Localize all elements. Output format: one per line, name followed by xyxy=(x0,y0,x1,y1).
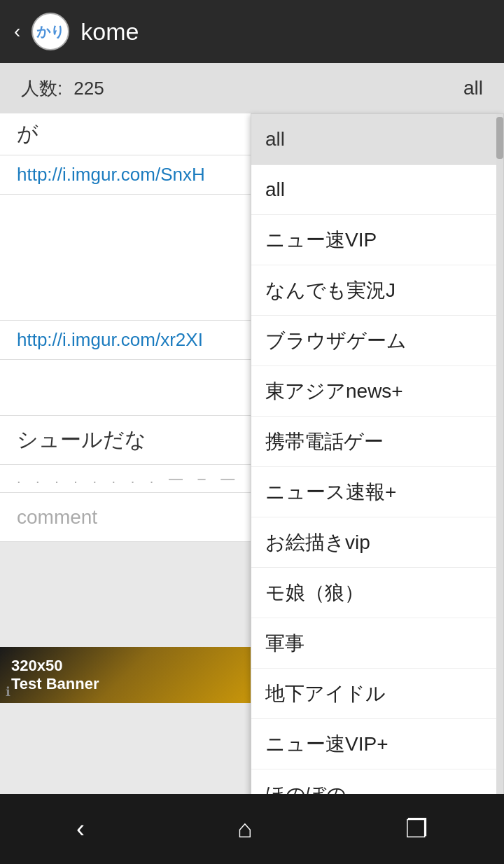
nav-back-icon: ‹ xyxy=(76,814,85,844)
ad-banner: 320x50 Test Banner xyxy=(0,647,252,703)
dropdown-items-container: allニュー速VIPなんでも実況Jブラウザゲーム東アジアnews+携帯電話ゲーニ… xyxy=(251,165,503,794)
content-wrapper: 人数: 225 all が http://i.imgur.com/SnxH ht… xyxy=(0,63,504,794)
nav-windows-button[interactable]: ❐ xyxy=(394,803,439,855)
filter-bar: 人数: 225 all xyxy=(0,63,504,113)
nav-back-button[interactable]: ‹ xyxy=(65,803,96,855)
filter-dropdown-button[interactable]: all xyxy=(463,77,483,99)
dropdown-item-news_sokuho[interactable]: ニュース速報+ xyxy=(251,467,503,517)
nav-home-icon: ⌂ xyxy=(237,814,253,844)
dropdown-item-browser_game[interactable]: ブラウザゲーム xyxy=(251,316,503,366)
top-bar: ‹ かり kome xyxy=(0,0,504,63)
ad-size: 320x50 xyxy=(11,657,241,675)
ad-info-icon: ℹ xyxy=(6,684,10,699)
back-button[interactable]: ‹ xyxy=(14,20,20,43)
link2[interactable]: http://i.imgur.com/xr2XI xyxy=(17,329,203,351)
dropdown-item-mobile_game[interactable]: 携帯電話ゲー xyxy=(251,417,503,467)
dropdown-scrollbar[interactable] xyxy=(496,114,503,794)
dropdown-header: all xyxy=(251,114,503,165)
dropdown-overlay: all allニュー速VIPなんでも実況Jブラウザゲーム東アジアnews+携帯電… xyxy=(251,113,504,794)
comment-placeholder: comment xyxy=(17,506,97,529)
dropdown-scrollbar-thumb xyxy=(496,117,503,159)
dropdown-item-vip_plus[interactable]: ニュー速VIP+ xyxy=(251,719,503,769)
dropdown-item-all[interactable]: all xyxy=(251,165,503,215)
ga-text: が xyxy=(17,120,38,148)
dropdown-item-east_asia[interactable]: 東アジアnews+ xyxy=(251,366,503,417)
dropdown-item-underground_idol[interactable]: 地下アイドル xyxy=(251,669,503,719)
bottom-nav: ‹ ⌂ ❐ xyxy=(0,794,504,864)
ad-type: Test Banner xyxy=(11,675,241,693)
avatar: かり xyxy=(31,13,69,50)
link1[interactable]: http://i.imgur.com/SnxH xyxy=(17,164,205,186)
dropdown-item-jikkyo[interactable]: なんでも実況J xyxy=(251,265,503,316)
dots-text: . . . . . . . . — – — xyxy=(17,471,240,487)
filter-label: 人数: xyxy=(21,76,62,101)
filter-count: 225 xyxy=(74,78,104,99)
dropdown-item-mo_musume[interactable]: モ娘（狼） xyxy=(251,568,503,618)
nav-windows-icon: ❐ xyxy=(405,814,428,844)
schul-text: シュールだな xyxy=(17,426,146,454)
dropdown-item-military[interactable]: 軍事 xyxy=(251,618,503,669)
nav-home-button[interactable]: ⌂ xyxy=(226,803,264,855)
app-title: kome xyxy=(80,18,139,46)
dropdown-item-vip[interactable]: ニュー速VIP xyxy=(251,215,503,265)
dropdown-item-honobono[interactable]: ほのぼの xyxy=(251,769,503,794)
dropdown-item-oekaki[interactable]: お絵描きvip xyxy=(251,517,503,568)
